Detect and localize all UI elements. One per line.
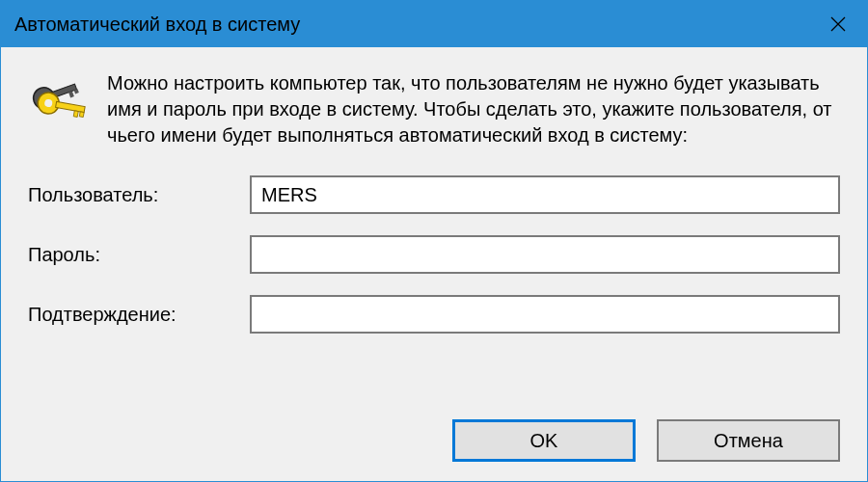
svg-rect-10	[73, 111, 78, 118]
svg-rect-5	[68, 91, 74, 97]
password-label: Пароль:	[28, 244, 250, 266]
keys-icon	[28, 74, 90, 136]
close-button[interactable]	[809, 1, 867, 47]
user-label: Пользователь:	[28, 184, 250, 206]
dialog-window: Автоматический вход в систему	[0, 0, 868, 482]
cancel-button[interactable]: Отмена	[657, 419, 840, 462]
confirm-label: Подтверждение:	[28, 304, 250, 326]
user-input[interactable]	[250, 175, 840, 214]
description-text: Можно настроить компьютер так, что польз…	[107, 70, 840, 148]
form: Пользователь: Пароль: Подтверждение:	[28, 175, 840, 334]
dialog-content: Можно настроить компьютер так, что польз…	[1, 47, 867, 481]
close-icon	[830, 16, 846, 32]
user-row: Пользователь:	[28, 175, 840, 214]
button-row: OK Отмена	[28, 400, 840, 462]
confirm-input[interactable]	[250, 295, 840, 334]
password-input[interactable]	[250, 235, 840, 274]
confirm-row: Подтверждение:	[28, 295, 840, 334]
ok-button[interactable]: OK	[452, 419, 636, 462]
window-title: Автоматический вход в систему	[14, 13, 300, 36]
description-row: Можно настроить компьютер так, что польз…	[28, 70, 840, 148]
svg-rect-11	[79, 112, 84, 118]
password-row: Пароль:	[28, 235, 840, 274]
titlebar: Автоматический вход в систему	[1, 1, 867, 47]
svg-rect-9	[56, 101, 86, 112]
